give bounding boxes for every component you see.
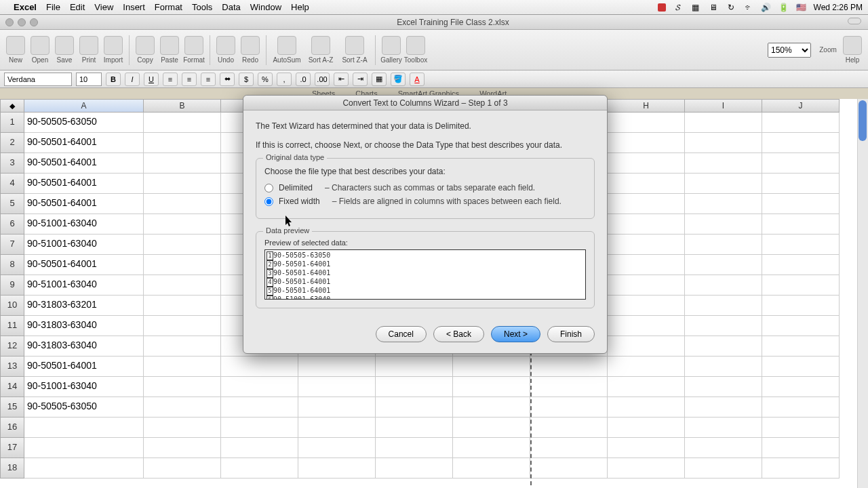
cell[interactable] bbox=[453, 377, 530, 397]
cell[interactable] bbox=[453, 418, 530, 438]
cell[interactable] bbox=[376, 357, 453, 377]
menu-window[interactable]: Window bbox=[250, 2, 281, 12]
cell[interactable] bbox=[685, 214, 762, 235]
cell[interactable]: 90-31803-63201 bbox=[24, 296, 144, 316]
tb-autosum[interactable]: AutoSum bbox=[271, 36, 303, 64]
cell[interactable]: 90-50501-64001 bbox=[24, 153, 144, 174]
select-all-corner[interactable]: ◆ bbox=[0, 99, 24, 113]
cell[interactable] bbox=[762, 113, 840, 133]
cell[interactable] bbox=[144, 438, 221, 458]
cell[interactable] bbox=[762, 255, 840, 275]
cell[interactable] bbox=[685, 357, 762, 377]
cell[interactable] bbox=[530, 397, 608, 418]
cell[interactable] bbox=[685, 153, 762, 174]
cell[interactable] bbox=[144, 377, 221, 397]
cell[interactable] bbox=[376, 397, 453, 418]
row-header[interactable]: 5 bbox=[0, 194, 24, 214]
indent-left-button[interactable]: ⇤ bbox=[334, 73, 349, 86]
cell[interactable]: 90-50505-63050 bbox=[24, 397, 144, 418]
cell[interactable] bbox=[144, 113, 221, 133]
indent-right-button[interactable]: ⇥ bbox=[353, 73, 368, 86]
cell[interactable] bbox=[144, 255, 221, 275]
row-header[interactable]: 2 bbox=[0, 133, 24, 153]
cell[interactable]: 90-50501-64001 bbox=[24, 357, 144, 377]
tb-toolbox[interactable]: Toolbox bbox=[404, 36, 427, 64]
scroll-thumb[interactable] bbox=[859, 100, 867, 141]
cell[interactable] bbox=[762, 214, 840, 235]
cell[interactable] bbox=[144, 296, 221, 316]
cell[interactable] bbox=[221, 438, 298, 458]
row-header[interactable]: 17 bbox=[0, 438, 24, 458]
menu-help[interactable]: Help bbox=[291, 2, 309, 12]
cell[interactable] bbox=[685, 255, 762, 275]
cell[interactable] bbox=[221, 357, 298, 377]
cell[interactable] bbox=[298, 397, 376, 418]
cell[interactable] bbox=[762, 174, 840, 194]
cell[interactable] bbox=[144, 194, 221, 214]
tb-zoom[interactable]: Zoom bbox=[816, 46, 840, 54]
cell[interactable] bbox=[608, 336, 685, 357]
tb-help[interactable]: Help bbox=[841, 36, 864, 64]
cell[interactable] bbox=[144, 235, 221, 255]
cell[interactable] bbox=[221, 418, 298, 438]
cell[interactable] bbox=[144, 133, 221, 153]
cell[interactable] bbox=[298, 377, 376, 397]
cell[interactable] bbox=[685, 397, 762, 418]
percent-button[interactable]: % bbox=[258, 73, 273, 86]
row-header[interactable]: 15 bbox=[0, 397, 24, 418]
cell[interactable] bbox=[453, 397, 530, 418]
cell[interactable] bbox=[685, 438, 762, 458]
cell[interactable] bbox=[530, 377, 608, 397]
tb-sort-az[interactable]: Sort A-Z bbox=[304, 36, 337, 64]
cell[interactable] bbox=[762, 275, 840, 296]
cell[interactable] bbox=[608, 194, 685, 214]
cell[interactable] bbox=[762, 316, 840, 336]
cell[interactable] bbox=[685, 377, 762, 397]
cell[interactable] bbox=[298, 357, 376, 377]
cell[interactable] bbox=[24, 438, 144, 458]
cell[interactable] bbox=[608, 397, 685, 418]
decrease-decimal-button[interactable]: .0 bbox=[296, 73, 311, 86]
cell[interactable] bbox=[685, 133, 762, 153]
cell[interactable] bbox=[530, 458, 608, 479]
cell[interactable] bbox=[221, 397, 298, 418]
cell[interactable] bbox=[762, 438, 840, 458]
menu-edit[interactable]: Edit bbox=[70, 2, 85, 12]
underline-button[interactable]: U bbox=[144, 73, 159, 86]
cell[interactable] bbox=[762, 133, 840, 153]
row-header[interactable]: 4 bbox=[0, 174, 24, 194]
cell[interactable] bbox=[144, 357, 221, 377]
cell[interactable] bbox=[376, 458, 453, 479]
col-header-B[interactable]: B bbox=[144, 99, 221, 113]
cell[interactable] bbox=[762, 458, 840, 479]
cell[interactable] bbox=[685, 296, 762, 316]
next-button[interactable]: Next > bbox=[491, 326, 540, 342]
cell[interactable] bbox=[762, 153, 840, 174]
cell[interactable] bbox=[453, 357, 530, 377]
cell[interactable]: 90-50501-64001 bbox=[24, 194, 144, 214]
tb-new[interactable]: New bbox=[4, 36, 27, 64]
cell[interactable] bbox=[608, 235, 685, 255]
cell[interactable] bbox=[762, 357, 840, 377]
cell[interactable] bbox=[685, 458, 762, 479]
cell[interactable] bbox=[298, 458, 376, 479]
bold-button[interactable]: B bbox=[106, 73, 121, 86]
cell[interactable] bbox=[144, 153, 221, 174]
menu-insert[interactable]: Insert bbox=[123, 2, 145, 12]
font-name-select[interactable] bbox=[4, 73, 72, 86]
cell[interactable] bbox=[608, 113, 685, 133]
cell[interactable] bbox=[608, 377, 685, 397]
minimize-button[interactable] bbox=[18, 18, 26, 26]
cell[interactable] bbox=[608, 458, 685, 479]
cell[interactable] bbox=[685, 275, 762, 296]
row-header[interactable]: 8 bbox=[0, 255, 24, 275]
col-header-A[interactable]: A bbox=[24, 99, 144, 113]
cell[interactable] bbox=[608, 275, 685, 296]
menu-file[interactable]: File bbox=[46, 2, 60, 12]
cell[interactable] bbox=[608, 316, 685, 336]
cell[interactable] bbox=[685, 336, 762, 357]
row-header[interactable]: 12 bbox=[0, 336, 24, 357]
currency-button[interactable]: $ bbox=[239, 73, 254, 86]
font-size-select[interactable] bbox=[76, 73, 102, 86]
borders-button[interactable]: ▦ bbox=[372, 73, 387, 86]
